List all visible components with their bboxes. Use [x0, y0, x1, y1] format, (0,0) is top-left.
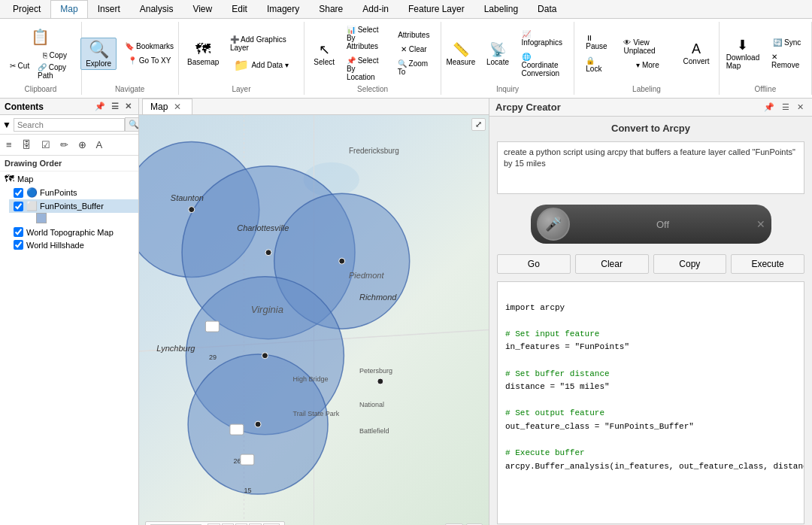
bookmarks-button[interactable]: 🔖 Bookmarks: [120, 40, 179, 53]
list-by-snapping-icon[interactable]: ⊕: [74, 137, 90, 153]
copy-path-button[interactable]: 🔗 Copy Path: [35, 62, 75, 81]
paste-icon: 📋: [31, 28, 50, 46]
add-data-button[interactable]: 📁 Add Data ▾: [225, 56, 298, 74]
convert-button[interactable]: A Convert: [680, 39, 712, 68]
voice-button[interactable]: 🎤: [537, 208, 570, 241]
funpoints-checkbox[interactable]: [14, 188, 23, 198]
svg-rect-28: [205, 321, 219, 332]
arcpy-menu-icon[interactable]: ☰: [780, 102, 792, 113]
locate-button[interactable]: 📡 Locate: [482, 39, 513, 68]
arcpy-close-icon[interactable]: ✕: [795, 102, 806, 113]
map-tab-close[interactable]: ✕: [171, 102, 184, 112]
attributes-button[interactable]: Attributes: [392, 29, 435, 41]
arcpy-pin-icon[interactable]: 📌: [762, 102, 777, 113]
menu-icon[interactable]: ☰: [109, 101, 121, 112]
sync-button[interactable]: 🔄 Sync: [766, 36, 808, 49]
remove-button[interactable]: ✕ Remove: [766, 50, 808, 71]
lock-button[interactable]: 🔒 Lock: [580, 54, 615, 75]
code-execute: arcpy.Buffer_analysis(in_features, out_f…: [505, 462, 804, 471]
svg-text:Virginia: Virginia: [251, 304, 283, 315]
hillshade-checkbox[interactable]: [14, 240, 23, 250]
arcpy-code-area[interactable]: import arcpy # Set input feature in_feat…: [497, 281, 804, 524]
tab-edit[interactable]: Edit: [222, 0, 257, 18]
layer-list: 🗺 Map 🔵 FunPoints ⬜ FunPoints_Buffer: [0, 171, 138, 525]
voice-close-icon[interactable]: ✕: [756, 218, 765, 230]
download-map-button[interactable]: ⬇ DownloadMap: [723, 35, 763, 72]
filter-icon: ▼: [2, 120, 11, 130]
layer-item-hillshade[interactable]: World Hillshade: [9, 238, 138, 251]
svg-point-11: [265, 250, 271, 256]
topo-checkbox[interactable]: [14, 227, 23, 237]
paste-button[interactable]: 📋: [6, 26, 75, 48]
tab-addin[interactable]: Add-in: [353, 0, 398, 18]
tab-labeling[interactable]: Labeling: [474, 0, 528, 18]
list-by-selection-icon[interactable]: ☑: [38, 137, 54, 153]
tab-share[interactable]: Share: [309, 0, 353, 18]
explore-button[interactable]: 🔍 Explore: [80, 38, 117, 70]
view-unplaced-button[interactable]: 👁 View Unplaced: [618, 36, 677, 57]
code-comment-2: # Set buffer distance: [505, 369, 610, 378]
svg-text:Piedmont: Piedmont: [349, 271, 384, 280]
infographics-button[interactable]: 📈 Infographics: [517, 28, 573, 49]
goto-icon: 📍: [128, 56, 137, 65]
layer-item-map[interactable]: 🗺 Map: [0, 171, 138, 186]
map-view[interactable]: Staunton Charlottesville Fredericksburg …: [139, 115, 489, 525]
map-tab[interactable]: Map ✕: [142, 99, 192, 114]
svg-text:Richmond: Richmond: [359, 293, 397, 302]
expand-map-icon[interactable]: ⤢: [471, 118, 486, 131]
download-icon: ⬇: [737, 37, 748, 53]
more-button[interactable]: ▾ More: [618, 59, 677, 71]
list-by-labeling-icon[interactable]: A: [92, 137, 107, 153]
labeling-group: ⏸ Pause 🔒 Lock 👁 View Unplaced ▾ More A …: [574, 22, 719, 95]
coordinate-conversion-button[interactable]: 🌐 CoordinateConversion: [517, 50, 573, 80]
tab-data[interactable]: Data: [528, 0, 566, 18]
close-icon[interactable]: ✕: [123, 101, 134, 112]
clear-button[interactable]: Clear: [575, 254, 649, 274]
tab-imagery[interactable]: Imagery: [257, 0, 309, 18]
list-by-drawing-order-icon[interactable]: ≡: [2, 137, 16, 153]
select-by-location-button[interactable]: 📌 Select ByLocation: [341, 54, 386, 83]
zoom-to-button[interactable]: 🔍 Zoom To: [392, 57, 435, 78]
cut-button[interactable]: ✂ Cut: [6, 50, 33, 81]
tab-project[interactable]: Project: [3, 0, 50, 18]
basemap-button[interactable]: 🗺 Basemap: [185, 38, 222, 68]
main-layout: Contents 📌 ☰ ✕ ▼ 🔍 ≡ 🗄 ☑ ✏ ⊕ A Drawing O…: [0, 99, 812, 525]
search-button[interactable]: 🔍: [125, 117, 139, 132]
tab-analysis[interactable]: Analysis: [130, 0, 183, 18]
search-input[interactable]: [14, 118, 125, 132]
inquiry-group: 📏 Measure 📡 Locate 📈 Infographics 🌐 Coor…: [441, 22, 575, 95]
copy-button[interactable]: ⎘ Copy: [35, 50, 75, 61]
list-by-data-source-icon[interactable]: 🗄: [18, 137, 35, 153]
map-tab-label: Map: [150, 102, 168, 112]
clear-button[interactable]: ✕ Clear: [392, 43, 435, 56]
list-by-editing-icon[interactable]: ✏: [56, 137, 72, 153]
tab-map[interactable]: Map: [50, 0, 87, 18]
ribbon-tab-bar: Project Map Insert Analysis View Edit Im…: [0, 0, 812, 19]
copy-button[interactable]: Copy: [653, 254, 727, 274]
go-button[interactable]: Go: [497, 254, 571, 274]
layer-item-funpoints-buffer[interactable]: ⬜ FunPoints_Buffer: [9, 199, 138, 213]
layer-item-topo[interactable]: World Topographic Map: [9, 226, 138, 238]
ribbon-content: 📋 ✂ Cut ⎘ Copy 🔗 Copy Path Clipboard: [0, 19, 812, 98]
select-by-attributes-button[interactable]: 📊 Select ByAttributes: [341, 23, 386, 53]
funpoints-buffer-checkbox[interactable]: [14, 202, 23, 211]
tab-feature-layer[interactable]: Feature Layer: [398, 0, 474, 18]
contents-search-bar: ▼ 🔍: [0, 115, 138, 135]
layer-name-funpoints: FunPoints: [40, 188, 77, 197]
code-distance: distance = "15 miles": [505, 382, 610, 391]
tab-insert[interactable]: Insert: [88, 0, 130, 18]
offline-group: ⬇ DownloadMap 🔄 Sync ✕ Remove Offline: [720, 22, 812, 95]
arcpy-voice-area: 🎤 Off ✕: [497, 205, 804, 244]
select-button[interactable]: ↖ Select: [310, 39, 338, 68]
arcpy-input-area[interactable]: create a python script using arcpy that …: [497, 141, 804, 194]
add-graphics-button[interactable]: ➕ Add Graphics Layer: [225, 33, 298, 54]
pause-button[interactable]: ⏸ Pause: [580, 32, 615, 53]
pin-icon[interactable]: 📌: [92, 101, 108, 112]
execute-button[interactable]: Execute: [731, 254, 804, 274]
arcpy-title: Arcpy Creator: [495, 102, 561, 113]
tab-view[interactable]: View: [183, 0, 222, 18]
measure-button[interactable]: 📏 Measure: [442, 39, 479, 68]
layer-item-funpoints[interactable]: 🔵 FunPoints: [9, 186, 138, 199]
go-to-xy-button[interactable]: 📍 Go To XY: [120, 54, 179, 67]
inquiry-buttons: 📏 Measure 📡 Locate 📈 Infographics 🌐 Coor…: [442, 23, 572, 83]
